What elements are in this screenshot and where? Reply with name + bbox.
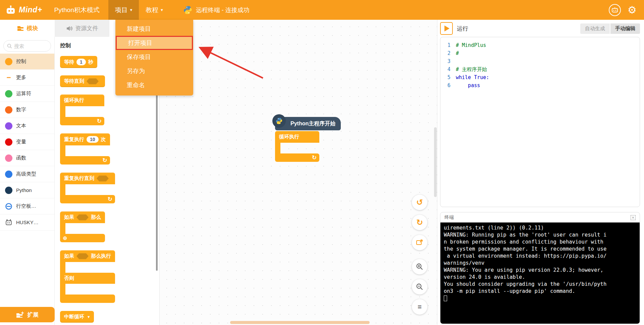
terminal-line: You should consider upgrading via the '/… (444, 281, 636, 288)
terminal-line: the system package manager. It is recomm… (444, 246, 636, 253)
category-advanced-types[interactable]: 高级类型 (0, 166, 54, 182)
equals-icon: = (418, 303, 422, 311)
menu-item-open-project[interactable]: 打开项目 (116, 36, 193, 50)
run-label: 运行 (457, 25, 468, 32)
loop-icon: ↻ (108, 196, 112, 203)
connection-text: 远程终端 - 连接成功 (196, 6, 250, 14)
terminal-line: WARNING: You are using pip version 22.0.… (444, 267, 636, 274)
add-branch-icon[interactable]: ⊕ (63, 235, 67, 241)
robot-face-icon (611, 7, 618, 13)
zoom-out-icon (416, 283, 423, 290)
connection-status: 远程终端 - 连接成功 (183, 5, 250, 15)
tab-resource-files[interactable]: 资源文件 (55, 20, 109, 37)
category-dot (5, 171, 12, 178)
block-forever[interactable]: 循环执行 ↻ (60, 94, 104, 125)
menu-item-new-project[interactable]: 新建项目 (115, 22, 193, 36)
category-dot (5, 138, 12, 146)
category-dot (5, 154, 12, 162)
category-text[interactable]: 文本 (0, 118, 54, 134)
canvas-horizontal-scrollbar[interactable] (230, 321, 370, 324)
block-repeat-times[interactable]: 重复执行 10 次 ↻ (60, 133, 110, 165)
hat-block-python-main[interactable]: Python主程序开始 (275, 117, 341, 130)
python-badge (272, 114, 286, 128)
canvas-block-forever[interactable]: 循环执行 ↻ (275, 131, 319, 162)
category-more[interactable]: 更多 (0, 70, 54, 86)
community-icon[interactable] (609, 4, 621, 16)
menu-project[interactable]: 项目 ▾ (108, 0, 139, 20)
block-if-then[interactable]: 如果 那么 ⊕ (60, 211, 105, 242)
category-python[interactable]: Python (0, 182, 54, 198)
mode-label: Python积木模式 (54, 6, 100, 14)
boolean-slot[interactable] (76, 253, 89, 259)
python-icon (183, 5, 193, 15)
unihiker-icon (5, 203, 12, 210)
run-button[interactable] (440, 22, 453, 35)
search-input[interactable] (14, 43, 46, 49)
workspace-canvas[interactable]: Python主程序开始 循环执行 ↻ ↺ ↻ (160, 20, 437, 325)
category-dot (5, 122, 12, 130)
undo-button[interactable]: ↺ (412, 195, 427, 210)
terminal-line: version 24.0 is available. (444, 274, 636, 281)
zoom-out-button[interactable] (412, 279, 427, 295)
zoom-reset-button[interactable]: = (412, 299, 427, 315)
block-wait[interactable]: 等待 1 秒 (60, 56, 97, 68)
menu-item-rename[interactable]: 重命名 (115, 78, 193, 92)
python-icon (275, 117, 283, 125)
number-input[interactable]: 10 (87, 136, 99, 143)
search-box[interactable] (3, 40, 51, 52)
category-dot (5, 90, 12, 97)
canvas-vertical-scrollbar[interactable] (434, 127, 437, 197)
block-if-else[interactable]: 如果 那么执行 否则 (60, 250, 115, 303)
category-control[interactable]: 控制 (0, 54, 54, 70)
chevron-down-icon: ▾ (88, 314, 90, 319)
mindplus-logo-icon (5, 5, 16, 15)
block-break-loop[interactable]: 中断循环 ▾ (60, 311, 94, 323)
zoom-in-button[interactable] (412, 259, 427, 274)
category-functions[interactable]: 函数 (0, 150, 54, 166)
chevron-down-icon: ▾ (161, 7, 163, 12)
tab-auto-generate[interactable]: 自动生成 (580, 23, 610, 34)
code-editor[interactable]: 1# MindPlus 2# 3 4# 主程序开始 5while True: 6… (440, 37, 640, 207)
boolean-slot[interactable] (87, 78, 99, 84)
terminal-output[interactable]: uirements.txt (line 2)) (0.2.11) WARNING… (440, 222, 640, 324)
zoom-in-icon (416, 263, 423, 270)
category-dot (5, 58, 12, 65)
terminal-line: on3 -m pip install --upgrade pip' comman… (444, 288, 636, 295)
center-blocks-icon (416, 239, 423, 246)
dash-icon (7, 77, 11, 78)
category-numbers[interactable]: 数字 (0, 102, 54, 118)
search-icon (7, 44, 12, 49)
tab-modules[interactable]: 模块 (0, 20, 55, 37)
category-unihiker[interactable]: 行空板… (0, 198, 54, 214)
blocks-icon (17, 25, 24, 31)
menu-item-save-project[interactable]: 保存项目 (115, 50, 193, 64)
menu-tutorial[interactable]: 教程 ▾ (139, 0, 170, 20)
terminal-line: WARNING: Running pip as the 'root' user … (444, 232, 636, 239)
number-input[interactable]: 1 (76, 59, 86, 65)
code-line: 3 (440, 57, 640, 65)
center-blocks-button[interactable] (412, 235, 427, 250)
category-dot (5, 106, 12, 114)
tab-manual-edit[interactable]: 手动编辑 (610, 23, 640, 34)
sidebar-tabs: 模块 资源文件 (0, 20, 109, 37)
redo-icon: ↻ (416, 218, 423, 227)
boolean-slot[interactable] (97, 176, 109, 182)
category-operators[interactable]: 运算符 (0, 86, 54, 102)
chevron-down-icon: ▾ (130, 7, 132, 12)
terminal-cursor (444, 296, 447, 301)
menu-item-save-as[interactable]: 另存为 (115, 64, 193, 78)
redo-button[interactable]: ↻ (412, 215, 427, 230)
undo-icon: ↺ (416, 198, 423, 207)
run-row: 运行 自动生成 手动编辑 (440, 21, 640, 36)
block-repeat-until[interactable]: 重复执行直到 ↻ (60, 173, 115, 203)
category-huskylens[interactable]: HUSKY… (0, 214, 54, 231)
loop-icon: ↻ (102, 157, 107, 164)
category-variables[interactable]: 变量 (0, 134, 54, 150)
boolean-slot[interactable] (76, 214, 89, 220)
block-wait-until[interactable]: 等待直到 (60, 75, 105, 87)
terminal-line: n broken permissions and conflicting beh… (444, 239, 636, 246)
canvas-block-group[interactable]: Python主程序开始 循环执行 ↻ (275, 117, 341, 162)
extension-button[interactable]: 扩展 (0, 307, 55, 322)
clear-terminal-icon[interactable]: ✕ (631, 215, 636, 220)
settings-gear-icon[interactable]: ⚙ (628, 5, 637, 15)
